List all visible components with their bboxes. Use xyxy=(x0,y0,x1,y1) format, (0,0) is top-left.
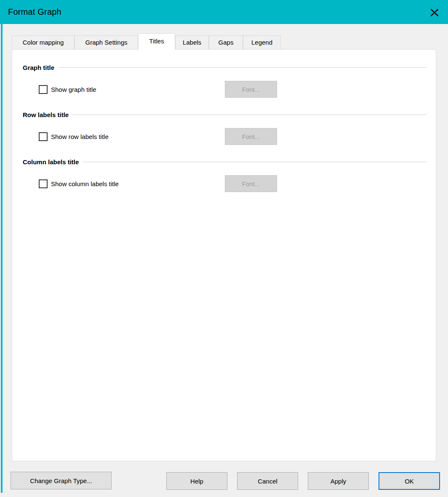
column-labels-title-font-button[interactable]: Font... xyxy=(225,175,277,192)
apply-button[interactable]: Apply xyxy=(308,472,369,490)
help-button[interactable]: Help xyxy=(166,472,227,490)
close-button[interactable]: × xyxy=(426,4,443,21)
row-labels-title-font-button[interactable]: Font... xyxy=(225,128,277,145)
section-title: Column labels title xyxy=(23,158,83,166)
tab-titles[interactable]: Titles xyxy=(138,33,175,50)
tab-labels[interactable]: Labels xyxy=(175,35,209,49)
change-graph-type-button[interactable]: Change Graph Type... xyxy=(11,472,112,489)
section-divider xyxy=(58,67,427,68)
tab-gaps[interactable]: Gaps xyxy=(209,35,243,49)
graph-title-section-header: Graph title xyxy=(23,64,427,71)
dialog-title: Format Graph xyxy=(8,7,61,17)
dialog-titlebar: Format Graph × xyxy=(0,0,448,24)
show-row-labels-title-checkbox[interactable] xyxy=(39,132,48,141)
titles-tab-panel: Graph title Show graph title Font... Row… xyxy=(12,49,436,461)
window-left-accent-edge xyxy=(1,24,3,493)
graph-title-row: Show graph title Font... xyxy=(39,81,436,98)
tab-color-mapping[interactable]: Color mapping xyxy=(12,35,75,49)
tab-legend[interactable]: Legend xyxy=(243,35,281,49)
section-divider xyxy=(83,162,427,162)
section-title: Row labels title xyxy=(23,111,72,118)
column-labels-title-row: Show column labels title Font... xyxy=(39,175,436,192)
column-labels-title-section-header: Column labels title xyxy=(23,158,427,166)
section-divider xyxy=(72,115,427,115)
show-graph-title-label: Show graph title xyxy=(51,86,96,93)
show-graph-title-checkbox[interactable] xyxy=(39,85,48,94)
format-graph-dialog: { "dialog": { "title": "Format Graph" },… xyxy=(0,0,448,497)
graph-title-font-button[interactable]: Font... xyxy=(225,81,277,98)
tab-strip: Color mapping Graph Settings Titles Labe… xyxy=(12,33,281,49)
section-title: Graph title xyxy=(23,64,58,71)
row-labels-title-row: Show row labels title Font... xyxy=(39,128,436,145)
show-row-labels-title-label: Show row labels title xyxy=(51,133,109,140)
ok-button[interactable]: OK xyxy=(379,472,440,490)
tab-graph-settings[interactable]: Graph Settings xyxy=(75,35,138,49)
row-labels-title-section-header: Row labels title xyxy=(23,111,427,118)
show-column-labels-title-label: Show column labels title xyxy=(51,180,119,187)
show-column-labels-title-checkbox[interactable] xyxy=(39,179,48,188)
cancel-button[interactable]: Cancel xyxy=(237,472,298,490)
close-icon: × xyxy=(429,5,441,19)
